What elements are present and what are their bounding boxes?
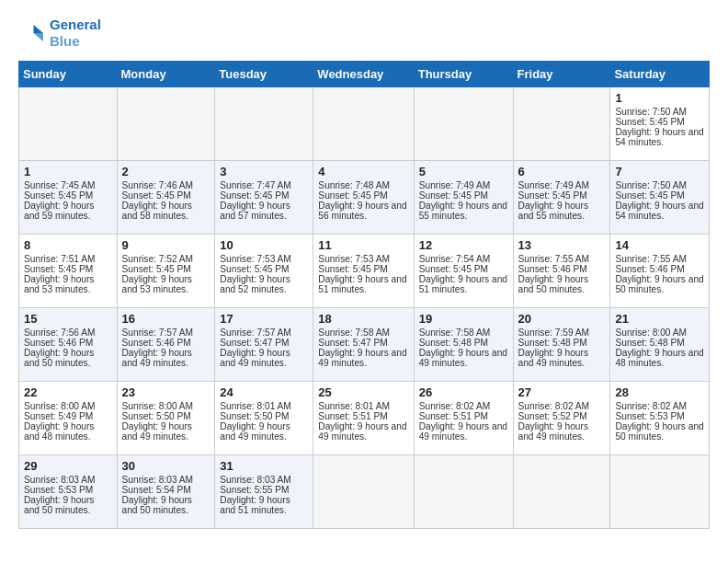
daylight: Daylight: 9 hours and 48 minutes. (24, 421, 94, 442)
sunset: Sunset: 5:55 PM (220, 485, 289, 495)
day-number: 22 (24, 385, 112, 399)
sunrise: Sunrise: 7:55 AM (615, 254, 687, 264)
sunrise: Sunrise: 7:57 AM (122, 327, 194, 338)
calendar-cell: 13 Sunrise: 7:55 AM Sunset: 5:46 PM Dayl… (513, 235, 610, 308)
day-header-friday: Friday (513, 62, 610, 87)
sunrise: Sunrise: 8:03 AM (220, 475, 291, 485)
week-row-4: 22 Sunrise: 8:00 AM Sunset: 5:49 PM Dayl… (19, 382, 710, 455)
calendar-cell: 25 Sunrise: 8:01 AM Sunset: 5:51 PM Dayl… (313, 382, 414, 455)
daylight: Daylight: 9 hours and 58 minutes. (122, 201, 192, 221)
calendar-cell (313, 87, 414, 161)
daylight: Daylight: 9 hours and 57 minutes. (220, 201, 290, 221)
header: General Blue (18, 17, 710, 50)
sunset: Sunset: 5:50 PM (122, 411, 191, 421)
sunrise: Sunrise: 7:45 AM (24, 180, 96, 190)
day-number: 30 (122, 459, 210, 473)
calendar-cell: 22 Sunrise: 8:00 AM Sunset: 5:49 PM Dayl… (19, 382, 118, 455)
calendar-cell: 19 Sunrise: 7:58 AM Sunset: 5:48 PM Dayl… (414, 308, 513, 382)
calendar-cell: 29 Sunrise: 8:03 AM Sunset: 5:53 PM Dayl… (19, 455, 118, 529)
week-row-0: 1 Sunrise: 7:50 AM Sunset: 5:45 PM Dayli… (19, 87, 710, 161)
calendar-cell: 24 Sunrise: 8:01 AM Sunset: 5:50 PM Dayl… (215, 382, 313, 455)
sunrise: Sunrise: 7:50 AM (615, 107, 687, 117)
day-number: 25 (318, 385, 408, 399)
calendar-cell: 21 Sunrise: 8:00 AM Sunset: 5:48 PM Dayl… (610, 308, 710, 382)
daylight: Daylight: 9 hours and 51 minutes. (220, 495, 290, 515)
daylight: Daylight: 9 hours and 59 minutes. (24, 201, 94, 221)
calendar-cell: 18 Sunrise: 7:58 AM Sunset: 5:47 PM Dayl… (313, 308, 414, 382)
sunset: Sunset: 5:45 PM (318, 264, 387, 274)
sunset: Sunset: 5:45 PM (24, 264, 93, 274)
logo: General Blue (18, 17, 101, 50)
daylight: Daylight: 9 hours and 56 minutes. (318, 201, 406, 221)
calendar-cell: 10 Sunrise: 7:53 AM Sunset: 5:45 PM Dayl… (215, 235, 313, 308)
day-header-sunday: Sunday (19, 62, 118, 87)
calendar-cell (610, 455, 710, 529)
sunrise: Sunrise: 7:54 AM (419, 254, 491, 264)
sunset: Sunset: 5:53 PM (615, 411, 684, 421)
calendar-cell (313, 455, 414, 529)
daylight: Daylight: 9 hours and 49 minutes. (518, 348, 588, 368)
sunset: Sunset: 5:46 PM (518, 264, 587, 274)
sunrise: Sunrise: 7:56 AM (24, 327, 96, 338)
day-number: 27 (518, 385, 606, 399)
calendar-cell: 1 Sunrise: 7:45 AM Sunset: 5:45 PM Dayli… (19, 161, 118, 235)
sunrise: Sunrise: 7:53 AM (318, 254, 390, 264)
daylight: Daylight: 9 hours and 55 minutes. (518, 201, 588, 221)
sunrise: Sunrise: 7:50 AM (615, 180, 687, 190)
sunrise: Sunrise: 8:03 AM (24, 475, 96, 485)
daylight: Daylight: 9 hours and 50 minutes. (24, 495, 94, 515)
svg-marker-1 (34, 33, 44, 41)
day-number: 14 (615, 238, 704, 252)
sunset: Sunset: 5:47 PM (220, 338, 289, 348)
svg-marker-0 (34, 25, 44, 33)
day-number: 1 (615, 91, 704, 105)
day-header-tuesday: Tuesday (215, 62, 313, 87)
day-header-saturday: Saturday (610, 62, 710, 87)
calendar-cell: 11 Sunrise: 7:53 AM Sunset: 5:45 PM Dayl… (313, 235, 414, 308)
calendar-cell (117, 87, 215, 161)
day-number: 13 (518, 238, 606, 252)
calendar-cell: 12 Sunrise: 7:54 AM Sunset: 5:45 PM Dayl… (414, 235, 513, 308)
day-number: 12 (419, 238, 508, 252)
day-number: 3 (220, 165, 308, 178)
day-number: 7 (615, 165, 704, 178)
day-number: 6 (518, 165, 606, 178)
sunset: Sunset: 5:48 PM (419, 338, 488, 348)
daylight: Daylight: 9 hours and 49 minutes. (220, 421, 290, 442)
day-number: 1 (24, 165, 112, 178)
day-number: 10 (220, 238, 308, 252)
week-row-2: 8 Sunrise: 7:51 AM Sunset: 5:45 PM Dayli… (19, 235, 710, 308)
sunset: Sunset: 5:52 PM (518, 411, 587, 421)
calendar-cell (215, 87, 313, 161)
calendar-cell (414, 87, 513, 161)
sunset: Sunset: 5:46 PM (24, 338, 93, 348)
sunset: Sunset: 5:48 PM (615, 338, 684, 348)
week-row-1: 1 Sunrise: 7:45 AM Sunset: 5:45 PM Dayli… (19, 161, 710, 235)
calendar-cell: 5 Sunrise: 7:49 AM Sunset: 5:45 PM Dayli… (414, 161, 513, 235)
calendar-cell: 31 Sunrise: 8:03 AM Sunset: 5:55 PM Dayl… (215, 455, 313, 529)
day-number: 19 (419, 312, 508, 326)
calendar-body: 1 Sunrise: 7:50 AM Sunset: 5:45 PM Dayli… (19, 87, 710, 529)
sunrise: Sunrise: 7:53 AM (220, 254, 291, 264)
daylight: Daylight: 9 hours and 49 minutes. (419, 348, 507, 368)
calendar-cell: 26 Sunrise: 8:02 AM Sunset: 5:51 PM Dayl… (414, 382, 513, 455)
calendar-cell: 3 Sunrise: 7:47 AM Sunset: 5:45 PM Dayli… (215, 161, 313, 235)
sunset: Sunset: 5:48 PM (518, 338, 587, 348)
daylight: Daylight: 9 hours and 53 minutes. (122, 274, 192, 294)
day-number: 26 (419, 385, 508, 399)
daylight: Daylight: 9 hours and 50 minutes. (615, 274, 703, 294)
day-number: 24 (220, 385, 308, 399)
calendar-cell: 27 Sunrise: 8:02 AM Sunset: 5:52 PM Dayl… (513, 382, 610, 455)
sunrise: Sunrise: 8:00 AM (24, 401, 96, 411)
sunrise: Sunrise: 7:59 AM (518, 327, 590, 338)
daylight: Daylight: 9 hours and 54 minutes. (615, 201, 703, 221)
sunrise: Sunrise: 7:51 AM (24, 254, 96, 264)
calendar-cell (513, 455, 610, 529)
day-header-thursday: Thursday (414, 62, 513, 87)
sunrise: Sunrise: 7:55 AM (518, 254, 590, 264)
day-number: 18 (318, 312, 408, 326)
sunrise: Sunrise: 7:58 AM (318, 327, 390, 338)
sunset: Sunset: 5:45 PM (24, 190, 93, 201)
day-number: 16 (122, 312, 210, 326)
calendar-cell (19, 87, 118, 161)
